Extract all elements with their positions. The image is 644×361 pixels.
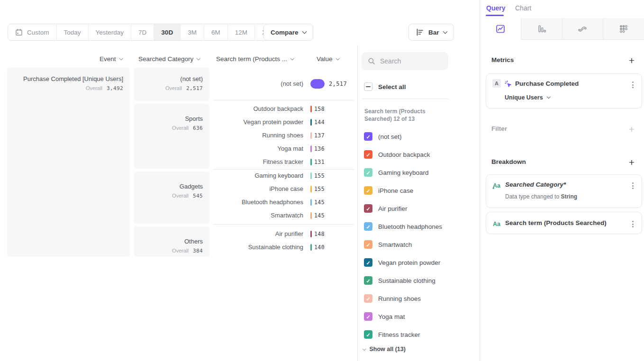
- term-value: 158: [314, 102, 325, 116]
- funnels-tab[interactable]: [521, 18, 562, 40]
- search-field[interactable]: [362, 52, 448, 70]
- date-range-custom[interactable]: Custom: [8, 24, 56, 40]
- filter-item-label: Bluetooth headphones: [378, 223, 442, 230]
- filter-item-label: Air purifier: [378, 205, 408, 212]
- term-row: Vegan protein powder144: [213, 116, 355, 129]
- filter-item[interactable]: Gaming keyboard: [364, 168, 429, 177]
- filter-item[interactable]: Air purifier: [364, 204, 408, 213]
- filter-heading: Filter: [491, 125, 507, 132]
- search-input[interactable]: [380, 57, 437, 65]
- column-header-event[interactable]: Event: [100, 55, 122, 63]
- string-property-icon: Aa*: [493, 182, 500, 189]
- breakdown-heading: Breakdown: [491, 158, 526, 165]
- term-label: Bluetooth headphones: [213, 196, 303, 209]
- flows-tab[interactable]: [562, 18, 603, 40]
- filter-item-label: (not set): [378, 133, 402, 140]
- term-row: Running shoes137: [213, 129, 355, 142]
- metric-event-name: Purchase Completed: [515, 80, 579, 87]
- filter-item[interactable]: Sustainable clothing: [364, 276, 435, 285]
- add-metric-button[interactable]: +: [627, 55, 636, 66]
- term-label: (not set): [213, 77, 303, 90]
- filter-item-label: Fitness tracker: [378, 331, 420, 338]
- report-type-tabs: [480, 18, 644, 40]
- filter-checkbox[interactable]: [364, 276, 372, 285]
- bar-chart-icon: [416, 28, 424, 36]
- date-range-label: Today: [64, 29, 81, 36]
- insights-tab[interactable]: [480, 18, 521, 40]
- date-range-yesterday[interactable]: Yesterday: [88, 24, 131, 40]
- value-bar: [310, 132, 312, 139]
- filter-checkbox[interactable]: [364, 222, 372, 231]
- category-cell: (not set)Overall2,517: [134, 68, 209, 101]
- filter-item[interactable]: Yoga mat: [364, 312, 405, 321]
- select-all-row[interactable]: Select all: [364, 82, 406, 91]
- filter-checkbox[interactable]: [364, 294, 372, 303]
- value-bar: [310, 119, 312, 126]
- breakdown-note: Data type changed to String: [505, 193, 577, 200]
- breakdown-menu-button[interactable]: [631, 181, 635, 190]
- breakdown-card-search-term[interactable]: Aa Search term (Products Searched): [486, 212, 642, 234]
- metric-menu-button[interactable]: [631, 81, 635, 89]
- breakdown-card-searched-category[interactable]: Aa* Searched Category* Data type changed…: [486, 174, 642, 208]
- date-range-today[interactable]: Today: [56, 24, 88, 40]
- add-filter-button[interactable]: +: [627, 124, 636, 135]
- filter-item[interactable]: Outdoor backpack: [364, 150, 430, 159]
- term-row: Outdoor backpack158: [213, 102, 355, 116]
- filter-checkbox[interactable]: [364, 240, 372, 249]
- term-row: Air purifier148: [213, 227, 355, 241]
- term-row: iPhone case155: [213, 182, 355, 196]
- category-overall: Overall2,517: [134, 85, 203, 91]
- filter-item-label: Sustainable clothing: [378, 277, 435, 284]
- category-name: Sports: [134, 115, 203, 122]
- value-bar: [310, 199, 312, 206]
- term-value: 2,517: [329, 77, 347, 90]
- flows-icon: [577, 24, 588, 34]
- filter-checkbox[interactable]: [364, 150, 372, 159]
- term-value: 140: [314, 241, 325, 254]
- measure-dropdown[interactable]: Unique Users: [505, 94, 550, 101]
- filter-checkbox[interactable]: [364, 168, 372, 177]
- term-label: Vegan protein powder: [213, 116, 303, 129]
- filter-checkbox[interactable]: [364, 312, 372, 321]
- overall-label: Overall: [172, 125, 189, 131]
- term-row: Fitness tracker131: [213, 155, 355, 169]
- overall-label: Overall: [172, 193, 189, 199]
- metrics-heading: Metrics: [491, 56, 514, 63]
- filter-item[interactable]: Bluetooth headphones: [364, 222, 442, 231]
- filter-item[interactable]: iPhone case: [364, 186, 413, 195]
- date-range-label: Yesterday: [96, 29, 124, 36]
- filter-item[interactable]: (not set): [364, 132, 402, 141]
- value-bar: [310, 186, 312, 192]
- filter-item[interactable]: Smartwatch: [364, 240, 412, 249]
- filter-checkbox[interactable]: [364, 204, 372, 213]
- tab-chart[interactable]: Chart: [515, 4, 531, 12]
- filter-item[interactable]: Vegan protein powder: [364, 258, 440, 267]
- show-all-button[interactable]: Show all (13): [363, 346, 406, 352]
- value-bar: [310, 172, 312, 179]
- term-value: 148: [314, 227, 325, 241]
- filter-item[interactable]: Running shoes: [364, 294, 421, 303]
- retention-tab[interactable]: [603, 18, 644, 40]
- value-bar: [310, 244, 312, 251]
- filter-item-label: Outdoor backpack: [378, 151, 430, 158]
- breakdown-menu-button[interactable]: [631, 220, 635, 228]
- add-breakdown-button[interactable]: +: [627, 157, 636, 168]
- measure-label: Unique Users: [505, 94, 543, 101]
- select-all-checkbox[interactable]: [364, 82, 372, 91]
- filter-checkbox[interactable]: [364, 186, 372, 195]
- filter-checkbox[interactable]: [364, 330, 372, 339]
- tab-query[interactable]: Query: [486, 4, 505, 12]
- filter-item[interactable]: Fitness tracker: [364, 330, 420, 339]
- chevron-down-icon: [363, 347, 366, 351]
- metric-card[interactable]: A Purchase Completed Unique Users: [486, 73, 642, 108]
- term-column: (not set)2,517Outdoor backpack158Vegan p…: [213, 0, 355, 361]
- filter-item-label: Yoga mat: [378, 313, 405, 320]
- overall-value: 3,492: [107, 85, 123, 91]
- filter-checkbox[interactable]: [364, 132, 372, 141]
- category-cell: OthersOverall384: [134, 226, 209, 257]
- chart-type-selector[interactable]: Bar: [408, 24, 454, 41]
- value-bar: [310, 79, 325, 89]
- term-label: Fitness tracker: [213, 155, 303, 169]
- value-bar: [310, 159, 312, 165]
- filter-checkbox[interactable]: [364, 258, 372, 267]
